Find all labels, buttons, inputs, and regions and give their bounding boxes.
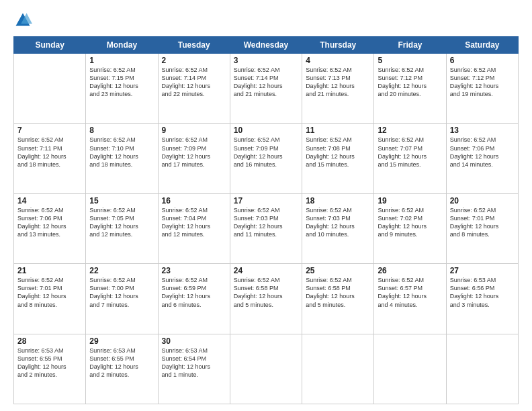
- cell-info: Sunrise: 6:52 AM Sunset: 7:12 PM Dayligh…: [450, 66, 515, 99]
- cell-info: Sunrise: 6:52 AM Sunset: 7:11 PM Dayligh…: [17, 136, 82, 169]
- cell-info: Sunrise: 6:52 AM Sunset: 7:12 PM Dayligh…: [378, 66, 442, 99]
- cal-cell: [446, 334, 518, 404]
- cal-cell: 2Sunrise: 6:52 AM Sunset: 7:14 PM Daylig…: [158, 54, 230, 124]
- cal-cell: 15Sunrise: 6:52 AM Sunset: 7:05 PM Dayli…: [86, 193, 158, 263]
- cal-cell: [230, 334, 302, 404]
- day-number: 8: [89, 126, 154, 135]
- cal-cell: 10Sunrise: 6:52 AM Sunset: 7:09 PM Dayli…: [230, 124, 302, 193]
- cal-cell: 8Sunrise: 6:52 AM Sunset: 7:10 PM Daylig…: [86, 124, 158, 193]
- cell-info: Sunrise: 6:52 AM Sunset: 7:01 PM Dayligh…: [17, 276, 82, 309]
- day-number: 27: [450, 266, 515, 275]
- day-number: 16: [162, 196, 226, 205]
- day-header-friday: Friday: [374, 37, 446, 54]
- cal-cell: 24Sunrise: 6:52 AM Sunset: 6:58 PM Dayli…: [230, 264, 302, 334]
- cal-cell: 7Sunrise: 6:52 AM Sunset: 7:11 PM Daylig…: [14, 124, 86, 193]
- day-number: 11: [306, 126, 370, 135]
- day-number: 23: [162, 266, 226, 275]
- cal-cell: 11Sunrise: 6:52 AM Sunset: 7:08 PM Dayli…: [302, 124, 374, 193]
- day-header-saturday: Saturday: [446, 37, 518, 54]
- cal-cell: 6Sunrise: 6:52 AM Sunset: 7:12 PM Daylig…: [446, 54, 518, 124]
- day-number: 3: [234, 56, 298, 65]
- week-row-4: 21Sunrise: 6:52 AM Sunset: 7:01 PM Dayli…: [14, 264, 519, 334]
- cal-cell: 13Sunrise: 6:52 AM Sunset: 7:06 PM Dayli…: [446, 124, 518, 193]
- cal-cell: 19Sunrise: 6:52 AM Sunset: 7:02 PM Dayli…: [374, 193, 446, 263]
- cell-info: Sunrise: 6:52 AM Sunset: 6:57 PM Dayligh…: [378, 276, 442, 309]
- cell-info: Sunrise: 6:52 AM Sunset: 7:05 PM Dayligh…: [89, 206, 154, 239]
- logo: [13, 11, 35, 30]
- cell-info: Sunrise: 6:52 AM Sunset: 7:09 PM Dayligh…: [162, 136, 226, 169]
- cell-info: Sunrise: 6:52 AM Sunset: 7:00 PM Dayligh…: [89, 276, 154, 309]
- cell-info: Sunrise: 6:52 AM Sunset: 7:14 PM Dayligh…: [162, 66, 226, 99]
- cal-cell: 14Sunrise: 6:52 AM Sunset: 7:06 PM Dayli…: [14, 193, 86, 263]
- day-number: 5: [378, 56, 442, 65]
- day-header-tuesday: Tuesday: [158, 37, 230, 54]
- cell-info: Sunrise: 6:52 AM Sunset: 7:13 PM Dayligh…: [306, 66, 370, 99]
- cell-info: Sunrise: 6:52 AM Sunset: 7:08 PM Dayligh…: [306, 136, 370, 169]
- day-number: 10: [234, 126, 298, 135]
- day-number: 17: [234, 196, 298, 205]
- cal-cell: [302, 334, 374, 404]
- day-number: 28: [17, 336, 82, 346]
- day-number: 13: [450, 126, 515, 135]
- cell-info: Sunrise: 6:52 AM Sunset: 6:58 PM Dayligh…: [234, 276, 298, 309]
- cell-info: Sunrise: 6:52 AM Sunset: 6:59 PM Dayligh…: [162, 276, 226, 309]
- logo-icon: [13, 11, 32, 30]
- day-number: 18: [306, 196, 370, 205]
- day-number: 14: [17, 196, 82, 205]
- cal-cell: 29Sunrise: 6:53 AM Sunset: 6:55 PM Dayli…: [86, 334, 158, 404]
- cal-cell: 28Sunrise: 6:53 AM Sunset: 6:55 PM Dayli…: [14, 334, 86, 404]
- calendar-table: SundayMondayTuesdayWednesdayThursdayFrid…: [13, 36, 519, 404]
- cell-info: Sunrise: 6:52 AM Sunset: 7:01 PM Dayligh…: [450, 206, 515, 239]
- day-number: 19: [378, 196, 442, 205]
- day-number: 9: [162, 126, 226, 135]
- day-number: 29: [89, 336, 154, 346]
- header: [13, 11, 519, 30]
- cal-cell: 9Sunrise: 6:52 AM Sunset: 7:09 PM Daylig…: [158, 124, 230, 193]
- cell-info: Sunrise: 6:53 AM Sunset: 6:55 PM Dayligh…: [89, 347, 154, 379]
- cal-cell: 22Sunrise: 6:52 AM Sunset: 7:00 PM Dayli…: [86, 264, 158, 334]
- cell-info: Sunrise: 6:52 AM Sunset: 6:58 PM Dayligh…: [306, 276, 370, 309]
- day-number: 26: [378, 266, 442, 275]
- cal-cell: 17Sunrise: 6:52 AM Sunset: 7:03 PM Dayli…: [230, 193, 302, 263]
- day-header-monday: Monday: [86, 37, 158, 54]
- cal-cell: 21Sunrise: 6:52 AM Sunset: 7:01 PM Dayli…: [14, 264, 86, 334]
- cell-info: Sunrise: 6:52 AM Sunset: 7:03 PM Dayligh…: [234, 206, 298, 239]
- cal-cell: 30Sunrise: 6:53 AM Sunset: 6:54 PM Dayli…: [158, 334, 230, 404]
- cell-info: Sunrise: 6:52 AM Sunset: 7:09 PM Dayligh…: [234, 136, 298, 169]
- day-number: 25: [306, 266, 370, 275]
- day-number: 6: [450, 56, 515, 65]
- cal-cell: 5Sunrise: 6:52 AM Sunset: 7:12 PM Daylig…: [374, 54, 446, 124]
- cell-info: Sunrise: 6:52 AM Sunset: 7:04 PM Dayligh…: [162, 206, 226, 239]
- cell-info: Sunrise: 6:53 AM Sunset: 6:56 PM Dayligh…: [450, 276, 515, 309]
- cell-info: Sunrise: 6:52 AM Sunset: 7:14 PM Dayligh…: [234, 66, 298, 99]
- cal-cell: 27Sunrise: 6:53 AM Sunset: 6:56 PM Dayli…: [446, 264, 518, 334]
- cal-cell: 18Sunrise: 6:52 AM Sunset: 7:03 PM Dayli…: [302, 193, 374, 263]
- cell-info: Sunrise: 6:52 AM Sunset: 7:03 PM Dayligh…: [306, 206, 370, 239]
- cal-cell: 12Sunrise: 6:52 AM Sunset: 7:07 PM Dayli…: [374, 124, 446, 193]
- day-number: 21: [17, 266, 82, 275]
- week-row-2: 7Sunrise: 6:52 AM Sunset: 7:11 PM Daylig…: [14, 124, 519, 193]
- week-row-5: 28Sunrise: 6:53 AM Sunset: 6:55 PM Dayli…: [14, 334, 519, 404]
- day-number: 4: [306, 56, 370, 65]
- cell-info: Sunrise: 6:52 AM Sunset: 7:02 PM Dayligh…: [378, 206, 442, 239]
- day-number: 30: [162, 336, 226, 346]
- day-header-thursday: Thursday: [302, 37, 374, 54]
- day-number: 1: [89, 56, 154, 65]
- day-header-sunday: Sunday: [14, 37, 86, 54]
- cell-info: Sunrise: 6:52 AM Sunset: 7:06 PM Dayligh…: [450, 136, 515, 169]
- page: SundayMondayTuesdayWednesdayThursdayFrid…: [0, 0, 532, 411]
- cal-cell: 25Sunrise: 6:52 AM Sunset: 6:58 PM Dayli…: [302, 264, 374, 334]
- cal-cell: [14, 54, 86, 124]
- cal-cell: 26Sunrise: 6:52 AM Sunset: 6:57 PM Dayli…: [374, 264, 446, 334]
- calendar: SundayMondayTuesdayWednesdayThursdayFrid…: [13, 36, 519, 404]
- day-number: 2: [162, 56, 226, 65]
- week-row-3: 14Sunrise: 6:52 AM Sunset: 7:06 PM Dayli…: [14, 193, 519, 263]
- day-number: 7: [17, 126, 82, 135]
- cal-cell: 20Sunrise: 6:52 AM Sunset: 7:01 PM Dayli…: [446, 193, 518, 263]
- cell-info: Sunrise: 6:52 AM Sunset: 7:15 PM Dayligh…: [89, 66, 154, 99]
- cell-info: Sunrise: 6:52 AM Sunset: 7:10 PM Dayligh…: [89, 136, 154, 169]
- day-number: 12: [378, 126, 442, 135]
- cal-cell: [374, 334, 446, 404]
- cal-cell: 4Sunrise: 6:52 AM Sunset: 7:13 PM Daylig…: [302, 54, 374, 124]
- day-number: 22: [89, 266, 154, 275]
